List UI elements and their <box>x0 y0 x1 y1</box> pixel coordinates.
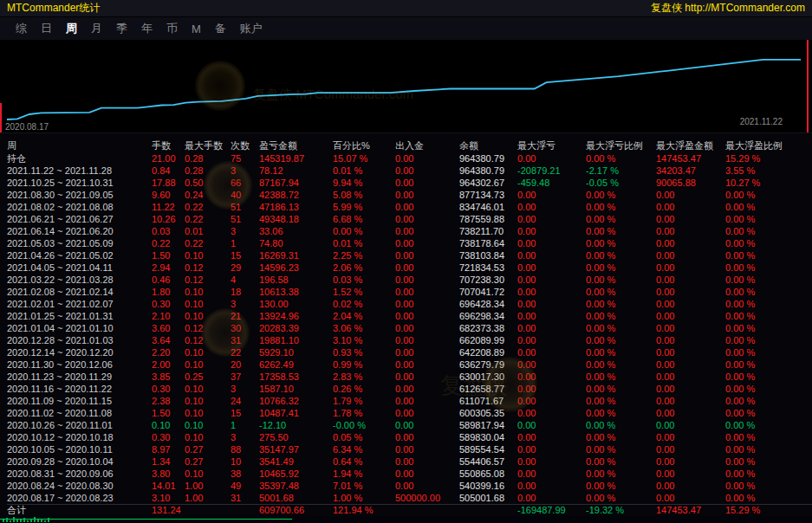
cell: 0.93 % <box>333 346 395 358</box>
cell: 0.00 <box>656 407 725 419</box>
table-row[interactable]: 2021.11.22 ~ 2021.11.280.840.28378.120.0… <box>7 165 812 177</box>
table-row[interactable]: 2021.04.26 ~ 2021.05.021.500.101516269.3… <box>7 249 812 262</box>
cell: 0.00 <box>395 249 459 262</box>
cell: 0.10 <box>152 419 185 431</box>
chart-left-red-marker <box>0 103 2 132</box>
cell: 0.12 <box>185 262 231 274</box>
table-row[interactable]: 2020.10.05 ~ 2020.10.118.970.278835147.9… <box>7 443 812 455</box>
cell: 0.00 <box>656 225 725 237</box>
menu-item-9[interactable]: 备 <box>208 19 233 38</box>
mini-bar <box>30 519 32 522</box>
table-row[interactable]: 2020.12.14 ~ 2020.12.202.200.10225929.10… <box>7 346 812 358</box>
cell: 0.00 <box>517 298 586 310</box>
menu-item-4[interactable]: 月 <box>84 19 109 38</box>
mini-bar <box>16 519 18 522</box>
cell: 0.99 % <box>333 358 395 371</box>
table-row[interactable]: 2020.09.28 ~ 2020.10.041.340.27103541.49… <box>7 455 812 468</box>
table-row[interactable]: 2020.08.31 ~ 2020.09.063.800.103810465.9… <box>7 468 812 480</box>
cell: 787559.88 <box>459 213 517 225</box>
cell: 1.00 <box>185 492 231 504</box>
cell: 0.00 <box>395 274 459 286</box>
menu-item-6[interactable]: 年 <box>134 19 159 38</box>
cell: 0.00 <box>656 383 725 395</box>
cell <box>459 505 517 516</box>
cell: 2.20 <box>152 346 185 358</box>
cell: 0.00 % <box>586 431 656 443</box>
cell: 10 <box>231 455 259 468</box>
table-row[interactable]: 2021.04.05 ~ 2021.04.112.940.122914596.2… <box>7 262 812 274</box>
table-row[interactable]: 2021.08.30 ~ 2021.09.059.600.244042388.7… <box>7 189 812 201</box>
menu-item-7[interactable]: 币 <box>159 19 185 38</box>
equity-chart-area: 2020.08.17 2021.11.22 <box>0 40 812 133</box>
table-row[interactable]: 2020.11.02 ~ 2020.11.081.500.101510487.4… <box>7 407 812 419</box>
table-row[interactable]: 2021.01.25 ~ 2021.01.312.100.102113924.9… <box>7 310 812 322</box>
table-row[interactable]: 2021.06.21 ~ 2021.06.2710.260.225149348.… <box>7 213 812 225</box>
column-header: 最大浮亏 <box>517 139 586 152</box>
cell: 3.60 <box>152 322 185 334</box>
cell: 2021.08.02 ~ 2021.08.08 <box>7 201 152 213</box>
cell: 0.01 <box>185 225 231 237</box>
table-row[interactable]: 2021.02.01 ~ 2021.02.070.300.103130.000.… <box>7 298 812 310</box>
table-row[interactable]: 2020.10.26 ~ 2020.11.010.100.101-12.10-0… <box>7 419 812 431</box>
cell: 8.97 <box>152 443 185 455</box>
table-row[interactable]: 2021.06.14 ~ 2021.06.200.030.01333.060.0… <box>7 225 812 237</box>
table-row[interactable]: 2021.03.22 ~ 2021.03.280.460.124196.580.… <box>7 274 812 286</box>
cell: 10766.32 <box>259 395 333 407</box>
table-row[interactable]: 2020.10.12 ~ 2020.10.180.300.103275.500.… <box>7 431 812 443</box>
cell: 721834.53 <box>459 262 517 274</box>
cell: 3.10 % <box>333 334 395 346</box>
cell: -0.05 % <box>586 177 656 189</box>
cell: 0.00 <box>517 492 586 504</box>
table-total-row[interactable]: 合计131.24609700.66121.94 %-169487.99-19.3… <box>7 504 812 516</box>
table-row[interactable]: 2021.02.08 ~ 2021.02.141.800.101810613.3… <box>7 286 812 298</box>
cell: 609700.66 <box>259 505 333 516</box>
cell: 2020.11.16 ~ 2020.11.22 <box>7 383 152 395</box>
cell: 3.64 <box>152 334 185 346</box>
table-row[interactable]: 2020.08.17 ~ 2020.08.233.101.00315001.68… <box>7 492 812 504</box>
table-row[interactable]: 2020.11.30 ~ 2020.12.062.000.10206262.49… <box>7 358 812 371</box>
menu-item-5[interactable]: 季 <box>109 19 134 38</box>
cell: 2021.01.25 ~ 2021.01.31 <box>7 310 152 322</box>
cell: 0.00 % <box>725 213 812 225</box>
menu-item-2[interactable]: 日 <box>34 19 59 38</box>
cell: 3.55 % <box>725 165 812 177</box>
table-row[interactable]: 2021.05.03 ~ 2021.05.090.220.22174.800.0… <box>7 237 812 249</box>
cell: 33.06 <box>259 225 333 237</box>
menu-item-3[interactable]: 周 <box>59 19 84 38</box>
table-row[interactable]: 2020.11.16 ~ 2020.11.220.300.1031587.100… <box>7 383 812 395</box>
table-row[interactable]: 2020.12.28 ~ 2021.01.033.640.123119881.1… <box>7 334 812 346</box>
table-row[interactable]: 2020.11.23 ~ 2020.11.293.850.253717358.5… <box>7 371 812 383</box>
menu-item-8[interactable]: M <box>185 21 208 37</box>
cell: 0.00 % <box>586 274 656 286</box>
cell: 0.00 % <box>725 346 812 358</box>
cell: 0.00 <box>656 322 725 334</box>
cell: 0.00 % <box>725 492 812 504</box>
cell: 3.06 % <box>333 322 395 334</box>
menu-item-1[interactable]: 综 <box>9 19 34 38</box>
table-row[interactable]: 2021.10.25 ~ 2021.10.3117.880.506687167.… <box>7 177 812 189</box>
cell: 964380.79 <box>459 165 517 177</box>
table-row[interactable]: 2020.08.24 ~ 2020.08.3014.011.004935397.… <box>7 480 812 492</box>
cell: 0.00 <box>656 310 725 322</box>
cell: 0.00 % <box>725 249 812 262</box>
cell: 0.26 % <box>333 383 395 395</box>
table-row[interactable]: 2021.01.04 ~ 2021.01.103.600.123020283.3… <box>7 322 812 334</box>
cell: 0.00 <box>395 334 459 346</box>
cell: 0.00 <box>395 213 459 225</box>
table-row[interactable]: 持仓21.000.2875145319.8715.07 %0.00964380.… <box>7 152 812 165</box>
title-bar: MTCommander统计 复盘侠 http://MTCommander.com <box>0 0 812 17</box>
cell: 0.30 <box>152 383 185 395</box>
cell: 145319.87 <box>259 152 333 165</box>
titlebar-brand-link[interactable]: 复盘侠 http://MTCommander.com <box>651 1 805 16</box>
cell: 0.00 % <box>725 310 812 322</box>
table-row[interactable]: 2021.08.02 ~ 2021.08.0811.220.225147186.… <box>7 201 812 213</box>
cell: 834746.01 <box>459 201 517 213</box>
menu-item-10[interactable]: 账户 <box>233 19 270 38</box>
cell: 0.00 <box>395 346 459 358</box>
bottom-green-baseline <box>0 519 292 520</box>
cell: 0.00 % <box>586 213 656 225</box>
mini-bar <box>37 520 39 522</box>
cell: 500000.00 <box>395 492 459 504</box>
table-row[interactable]: 2020.11.09 ~ 2020.11.152.380.102410766.3… <box>7 395 812 407</box>
mini-bar <box>27 520 29 522</box>
